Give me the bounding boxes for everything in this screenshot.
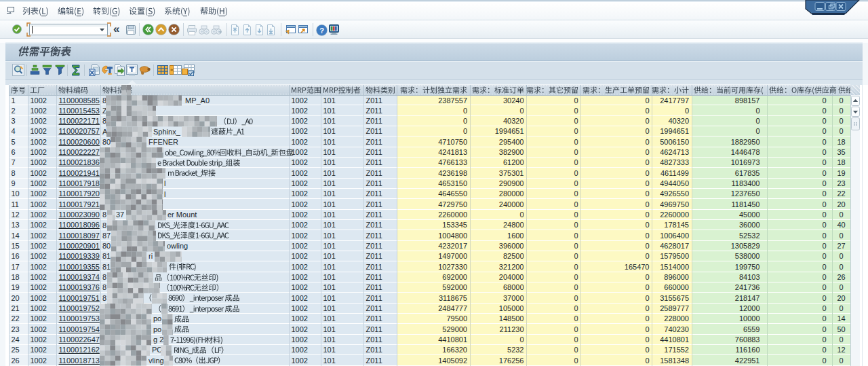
svg-text:?: ?: [319, 26, 324, 34]
